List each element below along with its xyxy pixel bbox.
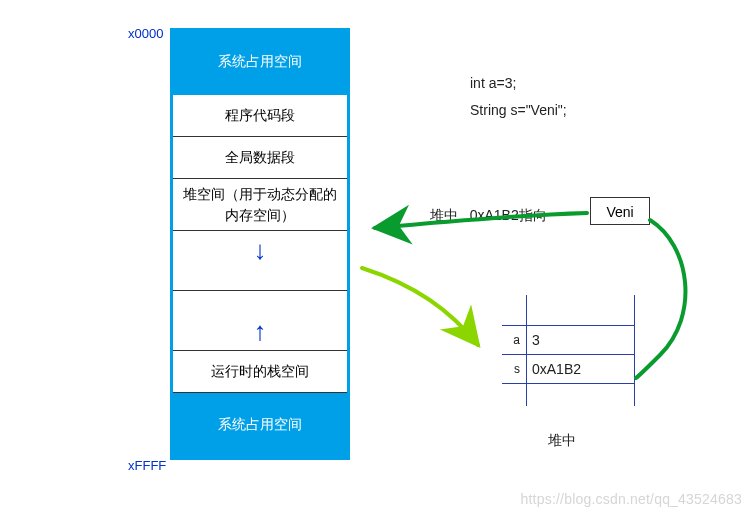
addr-bottom-label: xFFFF <box>128 458 166 473</box>
stack-table: a 3 s 0xA1B2 <box>502 325 634 384</box>
segment-stack: 运行时的栈空间 <box>173 351 347 393</box>
code-line-1: int a=3; <box>470 70 567 97</box>
segment-heap-growth: ↓ <box>173 231 347 291</box>
heap-value-box: Veni <box>590 197 650 225</box>
memory-layout-diagram: 系统占用空间 程序代码段 全局数据段 堆空间（用于动态分配的内存空间） ↓ ↑ … <box>170 28 350 460</box>
segment-global: 全局数据段 <box>173 137 347 179</box>
stack-grow-up-icon: ↑ <box>254 318 267 344</box>
stack-row-s: s 0xA1B2 <box>502 355 634 383</box>
code-line-2: String s="Veni"; <box>470 97 567 124</box>
stack-var-a: a <box>502 333 526 347</box>
stack-left-bar <box>526 295 527 406</box>
addr-top-label: x0000 <box>128 26 163 41</box>
stack-row-a: a 3 <box>502 326 634 354</box>
segment-system-bottom: 系统占用空间 <box>173 393 347 457</box>
heap-grow-down-icon: ↓ <box>254 237 267 263</box>
stack-right-bar <box>634 295 635 406</box>
stack-var-s: s <box>502 362 526 376</box>
segment-code: 程序代码段 <box>173 95 347 137</box>
segment-stack-growth: ↑ <box>173 291 347 351</box>
stack-line <box>502 383 634 384</box>
watermark: https://blog.csdn.net/qq_43524683 <box>521 491 742 507</box>
heap-pointer-caption: 堆中 0xA1B2指向 <box>430 207 547 225</box>
annotation-arrows <box>0 0 746 511</box>
heap-caption-pointer: 0xA1B2指向 <box>470 207 547 223</box>
heap-caption-prefix: 堆中 <box>430 207 458 223</box>
stack-caption: 堆中 <box>548 432 576 450</box>
segment-system-top: 系统占用空间 <box>173 31 347 95</box>
code-snippet: int a=3; String s="Veni"; <box>470 70 567 123</box>
stack-val-s: 0xA1B2 <box>526 361 634 377</box>
stack-val-a: 3 <box>526 332 634 348</box>
segment-heap: 堆空间（用于动态分配的内存空间） <box>173 179 347 231</box>
